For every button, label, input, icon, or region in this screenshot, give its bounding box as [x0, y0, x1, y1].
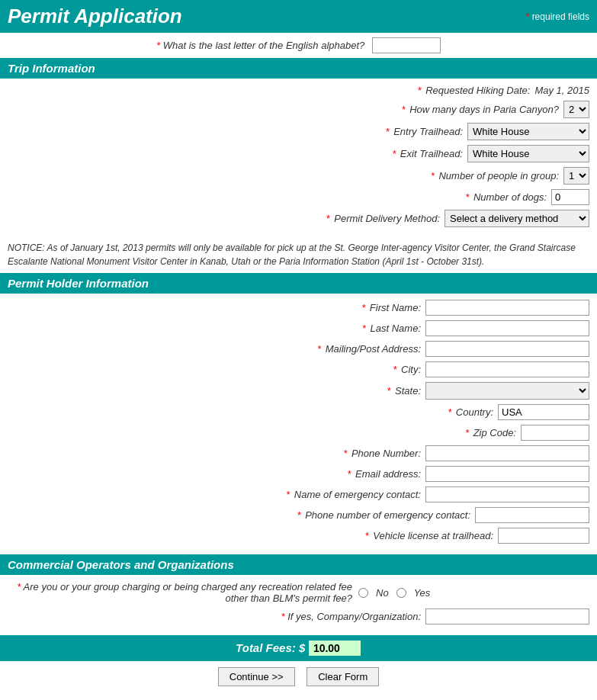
address-row: * Mailing/Post Address:: [8, 341, 589, 357]
exit-trailhead-row: * Exit Trailhead: White House Lee Ferry …: [8, 145, 589, 162]
hiking-date-label: * Requested Hiking Date:: [332, 85, 530, 96]
fee-no-label: No: [376, 587, 389, 599]
email-input[interactable]: [425, 466, 589, 482]
company-input[interactable]: [425, 608, 589, 625]
holder-form-section: * First Name: * Last Name: * Mailing/Pos…: [0, 294, 597, 554]
notice-text: NOTICE: As of January 1st, 2013 permits …: [0, 238, 597, 273]
emergency-name-label: * Name of emergency contact:: [207, 489, 421, 500]
phone-label: * Phone Number:: [207, 448, 421, 459]
header-bar: Permit Application * required fields: [0, 0, 597, 33]
delivery-method-select[interactable]: Select a delivery method Pick Up at Visi…: [445, 210, 589, 227]
total-fees-row: Total Fees: $: [0, 635, 597, 661]
first-name-input[interactable]: [425, 300, 589, 316]
last-name-row: * Last Name:: [8, 320, 589, 336]
delivery-method-row: * Permit Delivery Method: Select a deliv…: [8, 210, 589, 227]
vehicle-input[interactable]: [498, 528, 589, 544]
city-input[interactable]: [425, 361, 589, 377]
state-select[interactable]: ALAKAZAR CACOCTDE FLGAHIID ILINIAKS KYLA…: [425, 382, 589, 400]
total-fees-input[interactable]: [308, 640, 361, 657]
fee-yes-radio[interactable]: [396, 588, 406, 598]
captcha-required-star: *: [156, 40, 160, 51]
entry-trailhead-row: * Entry Trailhead: White House Lee Ferry…: [8, 123, 589, 140]
footer-links: Paria Canyon Hiking Permits Home | Apply…: [0, 692, 597, 700]
entry-trailhead-select[interactable]: White House Lee Ferry Other: [467, 123, 589, 140]
city-row: * City:: [8, 361, 589, 377]
delivery-method-label: * Permit Delivery Method:: [242, 213, 440, 224]
emergency-phone-label: * Phone number of emergency contact:: [257, 509, 470, 521]
country-label: * Country:: [280, 406, 493, 418]
exit-trailhead-select[interactable]: White House Lee Ferry Other: [467, 145, 589, 162]
last-name-input[interactable]: [425, 320, 589, 336]
holder-section-title: Permit Holder Information: [8, 277, 149, 290]
days-row: * How many days in Paria Canyon? 2 1 3 4…: [8, 101, 589, 118]
phone-input[interactable]: [425, 445, 589, 461]
email-row: * Email address:: [8, 466, 589, 482]
zip-input[interactable]: [521, 425, 589, 441]
trip-section-title: Trip Information: [8, 62, 95, 75]
company-row: * If yes, Company/Organization:: [8, 608, 589, 625]
phone-row: * Phone Number:: [8, 445, 589, 461]
emergency-phone-input[interactable]: [475, 507, 589, 523]
dogs-input[interactable]: [551, 189, 589, 205]
email-label: * Email address:: [207, 468, 421, 480]
days-label: * How many days in Paria Canyon?: [361, 104, 559, 115]
dogs-row: * Number of dogs:: [8, 189, 589, 205]
fee-question-row: * Are you or your group charging or bein…: [8, 581, 589, 604]
group-size-label: * Number of people in group:: [361, 170, 559, 181]
city-label: * City:: [207, 364, 421, 375]
commercial-section-title: Commercial Operators and Organizations: [8, 558, 234, 571]
address-label: * Mailing/Post Address:: [207, 343, 421, 355]
entry-trailhead-star: *: [386, 126, 390, 137]
state-row: * State: ALAKAZAR CACOCTDE FLGAHIID ILIN…: [8, 382, 589, 400]
emergency-phone-row: * Phone number of emergency contact:: [8, 507, 589, 523]
country-input[interactable]: [498, 404, 589, 420]
group-size-star: *: [431, 170, 435, 181]
first-name-row: * First Name:: [8, 300, 589, 316]
hiking-date-row: * Requested Hiking Date: May 1, 2015: [8, 85, 589, 96]
fee-no-radio[interactable]: [358, 588, 368, 598]
commercial-section-header: Commercial Operators and Organizations: [0, 554, 597, 575]
holder-section-header: Permit Holder Information: [0, 273, 597, 294]
days-select[interactable]: 2 1 3 4 5: [563, 101, 589, 118]
clear-form-button[interactable]: Clear Form: [307, 667, 379, 686]
last-name-label: * Last Name:: [207, 323, 421, 334]
dogs-star: *: [465, 191, 469, 203]
vehicle-label: * Vehicle license at trailhead:: [280, 530, 493, 541]
trip-form-section: * Requested Hiking Date: May 1, 2015 * H…: [0, 79, 597, 238]
commercial-form-section: * Are you or your group charging or bein…: [0, 575, 597, 635]
captcha-label: What is the last letter of the English a…: [163, 40, 365, 51]
fee-question-label-block: * Are you or your group charging or bein…: [8, 581, 358, 604]
company-label: * If yes, Company/Organization:: [70, 611, 421, 622]
zip-label: * Zip Code:: [303, 427, 516, 438]
vehicle-row: * Vehicle license at trailhead:: [8, 528, 589, 544]
group-size-select[interactable]: 1 2 3 4 5 6 7 8: [563, 167, 589, 185]
hiking-date-star: *: [417, 85, 421, 96]
buttons-row: Continue >> Clear Form: [0, 661, 597, 692]
fee-yes-label: Yes: [414, 587, 431, 599]
dogs-label: * Number of dogs:: [348, 191, 547, 203]
hiking-date-value: May 1, 2015: [534, 85, 589, 96]
fee-radio-group: No Yes: [358, 587, 430, 599]
exit-trailhead-star: *: [392, 148, 396, 159]
required-note: * required fields: [526, 11, 589, 22]
emergency-name-input[interactable]: [425, 486, 589, 503]
required-star: *: [526, 11, 530, 22]
exit-trailhead-label: * Exit Trailhead:: [265, 148, 463, 159]
page-title: Permit Application: [8, 5, 182, 28]
continue-button[interactable]: Continue >>: [218, 667, 295, 686]
captcha-input[interactable]: [372, 37, 441, 53]
delivery-star: *: [326, 213, 330, 224]
address-input[interactable]: [425, 341, 589, 357]
zip-row: * Zip Code:: [8, 425, 589, 441]
group-size-row: * Number of people in group: 1 2 3 4 5 6…: [8, 167, 589, 185]
days-star: *: [401, 104, 405, 115]
entry-trailhead-label: * Entry Trailhead:: [265, 126, 463, 137]
state-label: * State:: [207, 385, 421, 397]
first-name-label: * First Name:: [207, 302, 421, 313]
captcha-row: * What is the last letter of the English…: [0, 33, 597, 58]
country-row: * Country:: [8, 404, 589, 420]
trip-section-header: Trip Information: [0, 58, 597, 79]
page-wrapper: Permit Application * required fields * W…: [0, 0, 597, 700]
total-fees-label: Total Fees: $: [236, 641, 305, 654]
emergency-name-row: * Name of emergency contact:: [8, 486, 589, 503]
